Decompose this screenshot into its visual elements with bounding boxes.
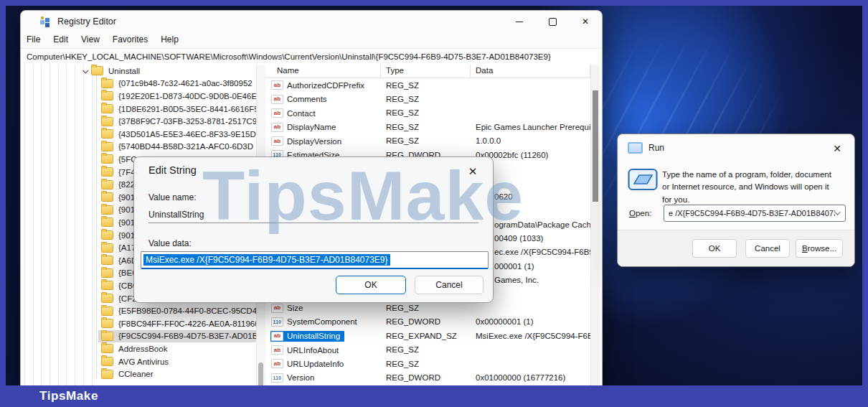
dword-value-icon: 110: [271, 373, 283, 383]
open-value: e /X{F9C5C994-F6B9-4D75-B3E7-AD01B84073E…: [669, 209, 835, 217]
value-data-field[interactable]: MsiExec.exe /X{F9C5C994-F6B9-4D75-B3E7-A…: [141, 251, 489, 269]
menu-favorites[interactable]: Favorites: [113, 34, 155, 46]
tree-item[interactable]: {F8BC94FF-FF0C-4226-AE0A-811960: [21, 317, 258, 330]
tree-item-selected[interactable]: {F9C5C994-F6B9-4D75-B3E7-AD01B: [21, 330, 258, 343]
desktop-wallpaper: Registry Editor ✕ File Edit View Favorit…: [6, 6, 862, 385]
cancel-button[interactable]: Cancel: [415, 276, 483, 294]
tree-item[interactable]: AVG Antivirus: [21, 355, 258, 368]
tree-item[interactable]: {071c9b48-7c32-4621-a0ac-3f80952: [21, 78, 258, 90]
value-name: URLUpdateInfo: [287, 360, 344, 368]
folder-icon: [101, 180, 113, 190]
run-description: Type the name of a program, folder, docu…: [662, 169, 840, 206]
tree-item[interactable]: {43D501A5-E5E3-46EC-8F33-9E15D2: [21, 128, 258, 141]
tree-item[interactable]: {192E20E1-D873-40DC-9D0B-0E46E: [21, 90, 258, 103]
registry-value-row[interactable]: 110SystemComponentREG_DWORD0x00000001 (1…: [266, 315, 590, 329]
registry-value-row[interactable]: abDisplayNameREG_SZEpic Games Launcher P…: [266, 120, 590, 134]
close-icon[interactable]: ✕: [829, 140, 846, 157]
registry-value-row[interactable]: abDisplayVersionREG_SZ1.0.0.0: [266, 134, 590, 148]
cancel-button[interactable]: Cancel: [745, 239, 790, 258]
run-titlebar: Run: [628, 142, 664, 154]
tree-item[interactable]: {1D8E6291-B0D5-35EC-8441-6616F5: [21, 103, 258, 116]
close-icon[interactable]: ✕: [464, 163, 481, 180]
value-name: AuthorizedCDFPrefix: [287, 81, 364, 90]
tree-item-label: {822: [118, 180, 135, 189]
value-name: Contact: [287, 109, 316, 118]
list-scrollbar-thumb[interactable]: [593, 90, 598, 202]
registry-value-row[interactable]: abURLUpdateInfoREG_SZ: [266, 357, 590, 370]
chevron-down-icon[interactable]: [835, 211, 842, 215]
list-header-name[interactable]: Name: [266, 65, 381, 78]
list-header-data[interactable]: Data: [471, 65, 590, 78]
tree-item[interactable]: AddressBook: [21, 342, 258, 355]
folder-icon: [101, 307, 113, 316]
registry-value-row-selected[interactable]: abUninstallStringREG_EXPAND_SZMsiExec.ex…: [266, 329, 590, 342]
tree-item-label: {901: [118, 193, 135, 202]
screenshot-frame: Registry Editor ✕ File Edit View Favorit…: [0, 0, 868, 407]
value-name-cell: abComments: [266, 93, 381, 105]
menu-help[interactable]: Help: [161, 34, 186, 46]
close-button[interactable]: ✕: [569, 11, 602, 32]
registry-value-row[interactable]: abCommentsREG_SZ: [266, 92, 590, 106]
value-name-cell: abSize: [266, 302, 381, 314]
maximize-button[interactable]: [536, 11, 569, 32]
folder-icon: [101, 167, 113, 177]
list-header-type[interactable]: Type: [381, 65, 471, 78]
run-dialog: Run ✕ Type the name of a program, folder…: [617, 134, 855, 267]
registry-value-row[interactable]: 110VersionREG_DWORD0x01000000 (16777216): [266, 370, 590, 384]
tree-item-label: {37B8F9C7-03FB-3253-8781-2517C9: [118, 117, 257, 126]
tree-item[interactable]: CCleaner: [21, 368, 258, 380]
browse-button[interactable]: Browse...: [796, 239, 843, 258]
string-value-icon: ab: [271, 123, 283, 132]
registry-value-row[interactable]: abSizeREG_SZ: [266, 301, 590, 314]
value-data-cell: 0x00000001 (1): [471, 317, 590, 326]
tree-item[interactable]: {37B8F9C7-03FB-3253-8781-2517C9: [21, 115, 258, 128]
ok-button[interactable]: OK: [336, 276, 406, 294]
folder-icon: [101, 217, 113, 227]
tree-item[interactable]: Uninstall: [21, 65, 258, 78]
registry-value-row[interactable]: abAuthorizedCDFPrefixREG_SZ: [266, 78, 590, 92]
registry-titlebar: Registry Editor ✕: [21, 11, 602, 32]
folder-icon: [101, 357, 113, 366]
tree-scrollbar-thumb[interactable]: [258, 362, 263, 385]
value-name-field[interactable]: UninstallString: [148, 206, 478, 223]
string-value-icon: ab: [271, 136, 283, 146]
dialog-title: Edit String: [148, 164, 197, 176]
value-name: Size: [287, 304, 303, 312]
menu-bar: File Edit View Favorites Help: [21, 32, 602, 48]
value-name-cell: abUninstallString: [266, 330, 381, 342]
value-name: SystemComponent: [287, 317, 357, 326]
folder-icon: [101, 332, 113, 341]
folder-icon: [101, 192, 113, 202]
menu-file[interactable]: File: [27, 34, 47, 46]
open-combobox[interactable]: e /X{F9C5C994-F6B9-4D75-B3E7-AD01B84073E…: [664, 205, 846, 222]
folder-icon: [101, 281, 113, 290]
ok-button[interactable]: OK: [692, 239, 737, 258]
tree-item-label: {F8BC94FF-FF0C-4226-AE0A-811960: [118, 319, 258, 328]
value-data-cell: 1.0.0.0: [471, 136, 590, 145]
value-type-cell: REG_EXPAND_SZ: [381, 332, 471, 340]
window-controls: ✕: [503, 11, 602, 32]
value-name-cell: abAuthorizedCDFPrefix: [266, 80, 381, 91]
tree-item[interactable]: {E5FB98E0-0784-44F0-8CEC-95CD46: [21, 304, 258, 317]
tree-item[interactable]: {5740BD44-B58D-321A-AFC0-6D3D: [21, 141, 258, 154]
run-title: Run: [648, 143, 664, 153]
folder-icon: [101, 117, 113, 126]
minimize-button[interactable]: [503, 11, 536, 32]
address-bar[interactable]: Computer\HKEY_LOCAL_MACHINE\SOFTWARE\Mic…: [21, 48, 602, 65]
folder-icon: [101, 344, 113, 353]
value-type-cell: REG_SZ: [381, 95, 471, 103]
chevron-down-icon: [81, 69, 91, 73]
value-name: UninstallString: [287, 332, 340, 340]
registry-value-row[interactable]: abURLInfoAboutREG_SZ: [266, 343, 590, 357]
menu-edit[interactable]: Edit: [53, 34, 75, 46]
value-name-cell: 110SystemComponent: [266, 317, 381, 327]
value-type-cell: REG_SZ: [381, 360, 471, 368]
value-name: DisplayName: [287, 123, 336, 131]
registry-value-row[interactable]: abContactREG_SZ: [266, 106, 590, 120]
open-label: Open:: [629, 209, 651, 217]
menu-view[interactable]: View: [81, 34, 107, 46]
folder-icon: [101, 230, 113, 240]
value-type-cell: REG_SZ: [381, 345, 471, 354]
list-scrollbar[interactable]: [590, 65, 600, 385]
list-header: NameTypeData: [266, 65, 590, 78]
